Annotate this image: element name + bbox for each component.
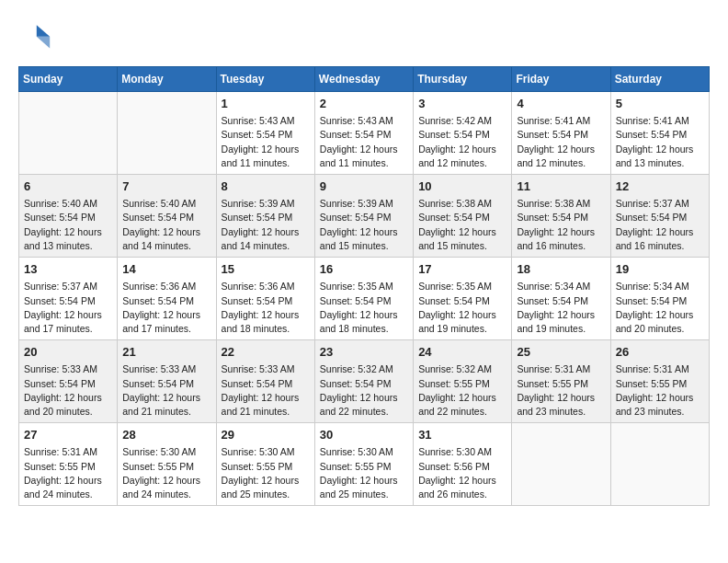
day-info: Sunrise: 5:30 AMSunset: 5:56 PMDaylight:… bbox=[418, 445, 506, 501]
day-number: 16 bbox=[320, 261, 408, 278]
calendar-cell: 8Sunrise: 5:39 AMSunset: 5:54 PMDaylight… bbox=[216, 175, 314, 258]
day-info: Sunrise: 5:36 AMSunset: 5:54 PMDaylight:… bbox=[122, 280, 210, 336]
calendar-cell: 18Sunrise: 5:34 AMSunset: 5:54 PMDayligh… bbox=[512, 258, 610, 340]
day-number: 13 bbox=[24, 261, 112, 278]
calendar-cell: 20Sunrise: 5:33 AMSunset: 5:54 PMDayligh… bbox=[19, 340, 118, 423]
header-saturday: Saturday bbox=[610, 67, 709, 92]
day-info: Sunrise: 5:32 AMSunset: 5:55 PMDaylight:… bbox=[418, 362, 506, 419]
day-number: 9 bbox=[320, 178, 408, 195]
calendar-cell: 21Sunrise: 5:33 AMSunset: 5:54 PMDayligh… bbox=[118, 340, 216, 423]
day-info: Sunrise: 5:35 AMSunset: 5:54 PMDaylight:… bbox=[320, 280, 408, 336]
day-number: 6 bbox=[24, 178, 112, 195]
header-wednesday: Wednesday bbox=[314, 67, 413, 92]
calendar-cell: 5Sunrise: 5:41 AMSunset: 5:54 PMDaylight… bbox=[610, 92, 709, 175]
logo bbox=[18, 18, 55, 52]
day-info: Sunrise: 5:39 AMSunset: 5:54 PMDaylight:… bbox=[320, 197, 408, 253]
day-info: Sunrise: 5:40 AMSunset: 5:54 PMDaylight:… bbox=[122, 197, 210, 253]
day-number: 25 bbox=[517, 344, 605, 361]
day-info: Sunrise: 5:30 AMSunset: 5:55 PMDaylight:… bbox=[222, 445, 310, 501]
day-number: 22 bbox=[222, 344, 310, 361]
calendar-week-4: 20Sunrise: 5:33 AMSunset: 5:54 PMDayligh… bbox=[19, 340, 710, 423]
calendar-cell: 10Sunrise: 5:38 AMSunset: 5:54 PMDayligh… bbox=[414, 175, 512, 258]
calendar-cell: 7Sunrise: 5:40 AMSunset: 5:54 PMDaylight… bbox=[118, 175, 216, 258]
calendar-cell: 1Sunrise: 5:43 AMSunset: 5:54 PMDaylight… bbox=[216, 92, 314, 175]
logo-icon bbox=[18, 18, 51, 52]
day-number: 27 bbox=[24, 427, 112, 443]
day-number: 7 bbox=[122, 178, 210, 195]
day-info: Sunrise: 5:37 AMSunset: 5:54 PMDaylight:… bbox=[616, 197, 704, 253]
calendar-cell bbox=[512, 423, 610, 506]
calendar-cell: 19Sunrise: 5:34 AMSunset: 5:54 PMDayligh… bbox=[610, 258, 709, 340]
day-info: Sunrise: 5:35 AMSunset: 5:54 PMDaylight:… bbox=[418, 280, 506, 336]
day-number: 28 bbox=[122, 427, 210, 443]
day-info: Sunrise: 5:31 AMSunset: 5:55 PMDaylight:… bbox=[517, 362, 605, 419]
header-sunday: Sunday bbox=[19, 67, 118, 92]
header-thursday: Thursday bbox=[414, 67, 512, 92]
calendar-week-3: 13Sunrise: 5:37 AMSunset: 5:54 PMDayligh… bbox=[19, 258, 710, 340]
day-number: 20 bbox=[24, 344, 112, 361]
day-number: 18 bbox=[517, 261, 605, 278]
day-info: Sunrise: 5:34 AMSunset: 5:54 PMDaylight:… bbox=[616, 280, 704, 336]
calendar-header-row: SundayMondayTuesdayWednesdayThursdayFrid… bbox=[19, 67, 710, 92]
calendar-cell: 3Sunrise: 5:42 AMSunset: 5:54 PMDaylight… bbox=[414, 92, 512, 175]
day-number: 2 bbox=[320, 96, 408, 112]
day-number: 23 bbox=[320, 344, 408, 361]
svg-marker-0 bbox=[37, 25, 50, 37]
day-number: 3 bbox=[418, 96, 506, 112]
calendar-cell: 11Sunrise: 5:38 AMSunset: 5:54 PMDayligh… bbox=[512, 175, 610, 258]
header-friday: Friday bbox=[512, 67, 610, 92]
calendar-cell: 14Sunrise: 5:36 AMSunset: 5:54 PMDayligh… bbox=[118, 258, 216, 340]
calendar-cell bbox=[610, 423, 709, 506]
calendar: SundayMondayTuesdayWednesdayThursdayFrid… bbox=[18, 66, 710, 506]
day-number: 24 bbox=[418, 344, 506, 361]
calendar-week-2: 6Sunrise: 5:40 AMSunset: 5:54 PMDaylight… bbox=[19, 175, 710, 258]
day-info: Sunrise: 5:30 AMSunset: 5:55 PMDaylight:… bbox=[122, 445, 210, 501]
day-info: Sunrise: 5:33 AMSunset: 5:54 PMDaylight:… bbox=[24, 362, 112, 419]
svg-marker-1 bbox=[37, 37, 50, 49]
day-number: 11 bbox=[517, 178, 605, 195]
day-number: 26 bbox=[616, 344, 704, 361]
day-number: 19 bbox=[616, 261, 704, 278]
day-info: Sunrise: 5:36 AMSunset: 5:54 PMDaylight:… bbox=[222, 280, 310, 336]
calendar-cell: 27Sunrise: 5:31 AMSunset: 5:55 PMDayligh… bbox=[19, 423, 118, 506]
calendar-cell: 2Sunrise: 5:43 AMSunset: 5:54 PMDaylight… bbox=[314, 92, 413, 175]
day-number: 17 bbox=[418, 261, 506, 278]
calendar-cell bbox=[19, 92, 118, 175]
day-info: Sunrise: 5:32 AMSunset: 5:54 PMDaylight:… bbox=[320, 362, 408, 419]
day-number: 31 bbox=[418, 427, 506, 443]
calendar-cell: 26Sunrise: 5:31 AMSunset: 5:55 PMDayligh… bbox=[610, 340, 709, 423]
day-info: Sunrise: 5:31 AMSunset: 5:55 PMDaylight:… bbox=[616, 362, 704, 419]
day-number: 21 bbox=[122, 344, 210, 361]
calendar-cell: 22Sunrise: 5:33 AMSunset: 5:54 PMDayligh… bbox=[216, 340, 314, 423]
day-number: 12 bbox=[616, 178, 704, 195]
calendar-cell bbox=[118, 92, 216, 175]
calendar-cell: 25Sunrise: 5:31 AMSunset: 5:55 PMDayligh… bbox=[512, 340, 610, 423]
day-info: Sunrise: 5:40 AMSunset: 5:54 PMDaylight:… bbox=[24, 197, 112, 253]
day-info: Sunrise: 5:43 AMSunset: 5:54 PMDaylight:… bbox=[320, 114, 408, 170]
header-monday: Monday bbox=[118, 67, 216, 92]
day-number: 8 bbox=[222, 178, 310, 195]
calendar-cell: 29Sunrise: 5:30 AMSunset: 5:55 PMDayligh… bbox=[216, 423, 314, 506]
calendar-cell: 17Sunrise: 5:35 AMSunset: 5:54 PMDayligh… bbox=[414, 258, 512, 340]
day-number: 5 bbox=[616, 96, 704, 112]
calendar-cell: 13Sunrise: 5:37 AMSunset: 5:54 PMDayligh… bbox=[19, 258, 118, 340]
day-info: Sunrise: 5:41 AMSunset: 5:54 PMDaylight:… bbox=[517, 114, 605, 170]
day-number: 4 bbox=[517, 96, 605, 112]
calendar-week-5: 27Sunrise: 5:31 AMSunset: 5:55 PMDayligh… bbox=[19, 423, 710, 506]
calendar-week-1: 1Sunrise: 5:43 AMSunset: 5:54 PMDaylight… bbox=[19, 92, 710, 175]
day-info: Sunrise: 5:38 AMSunset: 5:54 PMDaylight:… bbox=[517, 197, 605, 253]
day-info: Sunrise: 5:33 AMSunset: 5:54 PMDaylight:… bbox=[222, 362, 310, 419]
day-info: Sunrise: 5:30 AMSunset: 5:55 PMDaylight:… bbox=[320, 445, 408, 501]
calendar-cell: 30Sunrise: 5:30 AMSunset: 5:55 PMDayligh… bbox=[314, 423, 413, 506]
calendar-cell: 15Sunrise: 5:36 AMSunset: 5:54 PMDayligh… bbox=[216, 258, 314, 340]
calendar-cell: 31Sunrise: 5:30 AMSunset: 5:56 PMDayligh… bbox=[414, 423, 512, 506]
day-number: 14 bbox=[122, 261, 210, 278]
day-info: Sunrise: 5:31 AMSunset: 5:55 PMDaylight:… bbox=[24, 445, 112, 501]
day-info: Sunrise: 5:43 AMSunset: 5:54 PMDaylight:… bbox=[222, 114, 310, 170]
day-number: 1 bbox=[222, 96, 310, 112]
header-tuesday: Tuesday bbox=[216, 67, 314, 92]
calendar-cell: 9Sunrise: 5:39 AMSunset: 5:54 PMDaylight… bbox=[314, 175, 413, 258]
calendar-cell: 28Sunrise: 5:30 AMSunset: 5:55 PMDayligh… bbox=[118, 423, 216, 506]
day-info: Sunrise: 5:34 AMSunset: 5:54 PMDaylight:… bbox=[517, 280, 605, 336]
calendar-cell: 24Sunrise: 5:32 AMSunset: 5:55 PMDayligh… bbox=[414, 340, 512, 423]
